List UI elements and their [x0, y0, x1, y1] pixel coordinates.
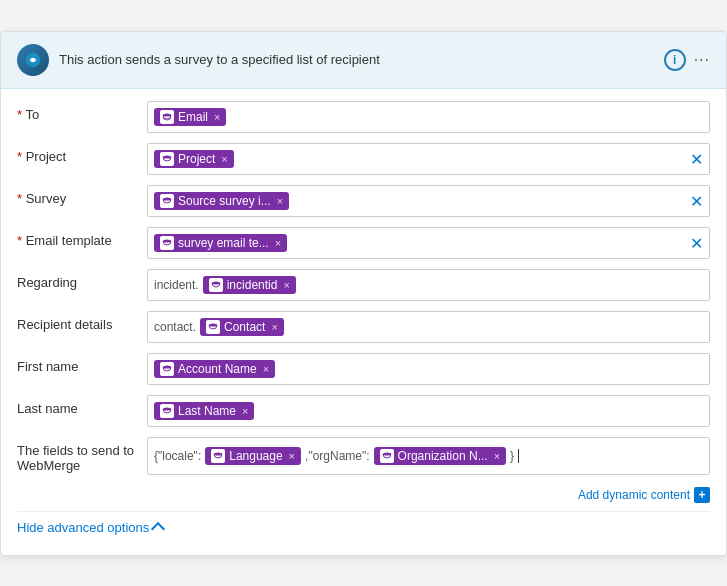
token-db-icon [380, 449, 394, 463]
recipient-details-label: Recipient details [17, 311, 147, 332]
project-token-close[interactable]: × [221, 153, 227, 165]
svg-point-9 [163, 407, 171, 410]
webmerge-language-token: Language × [205, 447, 301, 465]
email-template-field[interactable]: survey email te... × ✕ [147, 227, 710, 259]
svg-point-7 [209, 323, 217, 326]
to-row: * To Email × [17, 101, 710, 135]
survey-token-close[interactable]: × [277, 195, 283, 207]
webmerge-orgname-token: Organization N... × [374, 447, 506, 465]
webmerge-row: The fields to send to WebMerge {"locale"… [17, 437, 710, 475]
add-dynamic-content[interactable]: Add dynamic content + [17, 483, 710, 511]
action-card: This action sends a survey to a specifie… [0, 31, 727, 556]
regarding-token: incidentid × [203, 276, 296, 294]
svg-point-8 [163, 365, 171, 368]
recipient-token-close[interactable]: × [271, 321, 277, 333]
email-template-clear-btn[interactable]: ✕ [690, 233, 703, 252]
email-template-token-close[interactable]: × [275, 237, 281, 249]
webmerge-language-token-close[interactable]: × [289, 450, 295, 462]
svg-point-6 [212, 281, 220, 284]
card-header: This action sends a survey to a specifie… [1, 32, 726, 89]
regarding-token-label: incidentid [227, 278, 278, 292]
hide-advanced-options[interactable]: Hide advanced options [17, 511, 710, 547]
project-token: Project × [154, 150, 234, 168]
to-field[interactable]: Email × [147, 101, 710, 133]
survey-token: Source survey i... × [154, 192, 289, 210]
recipient-details-row: Recipient details contact. Contact × [17, 311, 710, 345]
info-icon[interactable]: i [664, 49, 686, 71]
svg-point-10 [214, 452, 222, 455]
more-options-icon[interactable]: ··· [694, 51, 710, 69]
email-template-label: * Email template [17, 227, 147, 248]
webmerge-orgname-token-label: Organization N... [398, 449, 488, 463]
required-marker: * [17, 107, 22, 122]
card-body: * To Email × * Project Project [1, 89, 726, 555]
last-name-token: Last Name × [154, 402, 254, 420]
project-clear-btn[interactable]: ✕ [690, 149, 703, 168]
first-name-token-label: Account Name [178, 362, 257, 376]
to-token-label: Email [178, 110, 208, 124]
token-db-icon [160, 110, 174, 124]
hide-advanced-label: Hide advanced options [17, 520, 149, 535]
project-field[interactable]: Project × ✕ [147, 143, 710, 175]
regarding-label: Regarding [17, 269, 147, 290]
last-name-token-close[interactable]: × [242, 405, 248, 417]
token-db-icon [209, 278, 223, 292]
email-template-row: * Email template survey email te... × ✕ [17, 227, 710, 261]
first-name-label: First name [17, 353, 147, 374]
token-db-icon [160, 362, 174, 376]
recipient-token: Contact × [200, 318, 284, 336]
last-name-row: Last name Last Name × [17, 395, 710, 429]
svg-point-2 [163, 113, 171, 116]
app-icon [17, 44, 49, 76]
first-name-row: First name Account Name × [17, 353, 710, 387]
webmerge-orgname-token-close[interactable]: × [494, 450, 500, 462]
regarding-token-close[interactable]: × [283, 279, 289, 291]
svg-point-11 [383, 452, 391, 455]
add-dynamic-label: Add dynamic content [578, 488, 690, 502]
webmerge-label: The fields to send to WebMerge [17, 437, 147, 473]
email-template-token-label: survey email te... [178, 236, 269, 250]
chevron-up-icon [151, 521, 165, 535]
text-cursor [518, 449, 519, 463]
survey-label: * Survey [17, 185, 147, 206]
webmerge-field[interactable]: {"locale": Language × ,"orgName": Organi… [147, 437, 710, 475]
survey-field[interactable]: Source survey i... × ✕ [147, 185, 710, 217]
header-actions: i ··· [664, 49, 710, 71]
svg-point-1 [31, 57, 36, 62]
project-token-label: Project [178, 152, 215, 166]
to-token: Email × [154, 108, 226, 126]
token-db-icon [160, 194, 174, 208]
svg-point-4 [163, 197, 171, 200]
regarding-field[interactable]: incident. incidentid × [147, 269, 710, 301]
recipient-details-field[interactable]: contact. Contact × [147, 311, 710, 343]
last-name-field[interactable]: Last Name × [147, 395, 710, 427]
svg-point-5 [163, 239, 171, 242]
token-db-icon [211, 449, 225, 463]
survey-token-label: Source survey i... [178, 194, 271, 208]
last-name-token-label: Last Name [178, 404, 236, 418]
last-name-label: Last name [17, 395, 147, 416]
first-name-token-close[interactable]: × [263, 363, 269, 375]
webmerge-language-token-label: Language [229, 449, 282, 463]
token-db-icon [160, 152, 174, 166]
recipient-prefix: contact. [154, 320, 196, 334]
survey-clear-btn[interactable]: ✕ [690, 191, 703, 210]
webmerge-prefix1: {"locale": [154, 449, 201, 463]
survey-row: * Survey Source survey i... × ✕ [17, 185, 710, 219]
recipient-token-label: Contact [224, 320, 265, 334]
project-row: * Project Project × ✕ [17, 143, 710, 177]
webmerge-middle-text: ,"orgName": [305, 449, 370, 463]
token-db-icon [160, 404, 174, 418]
svg-point-3 [163, 155, 171, 158]
token-db-icon [160, 236, 174, 250]
add-dynamic-plus-icon[interactable]: + [694, 487, 710, 503]
first-name-field[interactable]: Account Name × [147, 353, 710, 385]
regarding-prefix: incident. [154, 278, 199, 292]
to-label: * To [17, 101, 147, 122]
email-template-token: survey email te... × [154, 234, 287, 252]
webmerge-suffix: } [510, 449, 514, 463]
to-token-close[interactable]: × [214, 111, 220, 123]
regarding-row: Regarding incident. incidentid × [17, 269, 710, 303]
header-title: This action sends a survey to a specifie… [59, 52, 654, 67]
first-name-token: Account Name × [154, 360, 275, 378]
